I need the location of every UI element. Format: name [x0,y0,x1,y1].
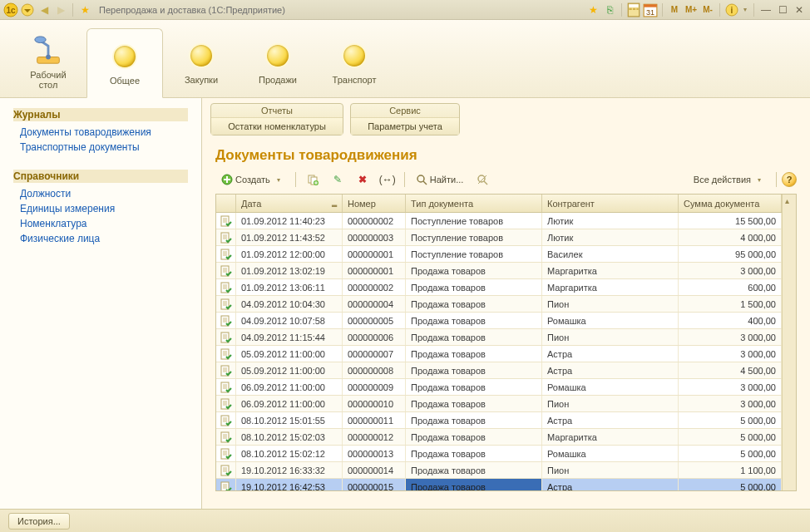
col-icon[interactable] [216,195,236,212]
panel-service-button[interactable]: Параметры учета [351,117,459,135]
create-button[interactable]: Создать ▾ [215,170,290,189]
cell-doctype: Продажа товаров [406,412,542,428]
col-number[interactable]: Номер [343,195,406,212]
doc-posted-icon [216,229,236,245]
info-icon[interactable]: i [724,2,739,17]
table-row[interactable]: 08.10.2012 15:01:55000000011Продажа това… [216,412,782,429]
cell-contractor: Ромашка [542,379,679,395]
history-button[interactable]: История... [8,513,70,530]
info-dropdown-icon[interactable]: ▾ [741,2,749,17]
col-sum[interactable]: Сумма документа [679,195,782,212]
sidebar-link[interactable]: Единицы измерения [13,201,188,216]
content-area: Отчеты Остатки номенклатуры Сервис Парам… [202,98,810,509]
section-tab-4[interactable]: Транспорт [316,27,393,97]
table-row[interactable]: 04.09.2012 10:04:30000000004Продажа това… [216,296,782,313]
cell-number: 000000009 [343,379,406,395]
help-button[interactable]: ? [782,172,797,187]
sidebar-link[interactable]: Должности [13,186,188,201]
table-row[interactable]: 04.09.2012 10:07:58000000005Продажа това… [216,313,782,329]
table-row[interactable]: 19.10.2012 16:42:53000000015Продажа това… [216,479,782,490]
cell-number: 000000002 [343,279,406,295]
sidebar-link[interactable]: Транспортные документы [13,140,188,155]
cell-doctype: Продажа товаров [406,429,542,445]
section-tab-label: Транспорт [333,75,377,85]
col-date[interactable]: Дата [236,195,343,212]
memory-mminus-button[interactable]: M- [700,3,715,17]
sidebar-link[interactable]: Физические лица [13,231,188,246]
memory-mplus-button[interactable]: M+ [684,3,699,17]
section-tab-0[interactable]: Рабочий стол [10,27,86,97]
panel-reports-button[interactable]: Остатки номенклатуры [211,117,343,135]
section-tab-1[interactable]: Общее [86,28,163,98]
calculator-icon[interactable] [626,2,641,17]
sidebar-group-title: Справочники [13,170,188,183]
col-contractor[interactable]: Контрагент [542,195,679,212]
panel-service: Сервис Параметры учета [350,103,460,135]
favorite-icon[interactable]: ★ [77,2,92,17]
table-row[interactable]: 01.09.2012 13:06:11000000002Продажа това… [216,279,782,296]
table-row[interactable]: 01.09.2012 12:00:00000000001Поступление … [216,246,782,263]
table-row[interactable]: 08.10.2012 15:02:12000000013Продажа това… [216,446,782,462]
cell-doctype: Поступление товаров [406,246,542,262]
minimize-button[interactable]: — [758,3,773,17]
cell-number: 000000010 [343,396,406,411]
cell-number: 000000012 [343,429,406,445]
cell-number: 000000007 [343,346,406,362]
find-button[interactable]: Найти... [410,170,470,189]
cell-number: 000000015 [343,479,406,490]
cell-contractor: Ромашка [542,313,679,328]
swap-button[interactable]: (↔) [376,170,399,189]
cell-number: 000000001 [343,246,406,262]
vertical-scrollbar[interactable]: ▴ [782,195,796,490]
copy-button[interactable] [301,170,324,189]
memory-m-button[interactable]: M [667,3,682,17]
section-tab-3[interactable]: Продажи [240,27,316,97]
doc-posted-icon [216,213,236,229]
doc-posted-icon [216,429,236,445]
table-row[interactable]: 01.09.2012 11:40:23000000002Поступление … [216,213,782,229]
titlebar: 1c ◀ ▶ ★ Перепродажа и доставка (1С:Пред… [0,0,810,20]
app-logo-icon[interactable]: 1c [3,2,18,17]
coin-icon [262,40,294,71]
table-row[interactable]: 01.09.2012 13:02:19000000001Продажа това… [216,263,782,279]
cell-date: 06.09.2012 11:00:00 [236,379,343,395]
favorites-add-icon[interactable]: ★ [585,2,600,17]
coin-icon [185,40,217,71]
maximize-button[interactable]: ☐ [775,3,790,17]
cell-date: 04.09.2012 10:07:58 [236,313,343,328]
sidebar-link[interactable]: Номенклатура [13,216,188,231]
cell-number: 000000011 [343,412,406,428]
table-row[interactable]: 06.09.2012 11:00:00000000010Продажа това… [216,396,782,412]
nav-back-icon[interactable]: ◀ [37,2,52,17]
close-button[interactable]: ✕ [792,3,807,17]
cell-sum: 5 000,00 [679,479,782,490]
cell-doctype: Продажа товаров [406,479,542,490]
table-row[interactable]: 05.09.2012 11:00:00000000008Продажа това… [216,362,782,379]
all-actions-button[interactable]: Все действия ▾ [688,170,771,189]
table-row[interactable]: 19.10.2012 16:33:32000000014Продажа това… [216,462,782,479]
cell-contractor: Маргаритка [542,279,679,295]
section-tab-2[interactable]: Закупки [163,27,240,97]
doc-posted-icon [216,412,236,428]
dropdown-icon[interactable] [20,2,35,17]
edit-button[interactable]: ✎ [326,170,349,189]
calendar-icon[interactable]: 31 [643,2,658,17]
table-row[interactable]: 01.09.2012 11:43:52000000003Поступление … [216,229,782,246]
table-row[interactable]: 04.09.2012 11:15:44000000006Продажа това… [216,329,782,346]
table-row[interactable]: 05.09.2012 11:00:00000000007Продажа това… [216,346,782,362]
delete-button[interactable]: ✖ [351,170,374,189]
table-row[interactable]: 06.09.2012 11:00:00000000009Продажа това… [216,379,782,396]
svg-rect-9 [644,4,657,7]
nav-forward-icon[interactable]: ▶ [53,2,68,17]
col-doctype[interactable]: Тип документа [406,195,542,212]
svg-rect-4 [629,4,638,7]
magnifier-clear-icon [477,174,488,185]
link-icon[interactable]: ⎘ [602,2,617,17]
cell-date: 04.09.2012 11:15:44 [236,329,343,345]
statusbar: История... [0,509,810,532]
arrows-horizontal-icon: (↔) [382,174,393,185]
table-row[interactable]: 08.10.2012 15:02:03000000012Продажа това… [216,429,782,446]
cell-sum: 4 500,00 [679,362,782,378]
sidebar-link[interactable]: Документы товародвижения [13,125,188,140]
clear-filter-button[interactable] [471,170,494,189]
